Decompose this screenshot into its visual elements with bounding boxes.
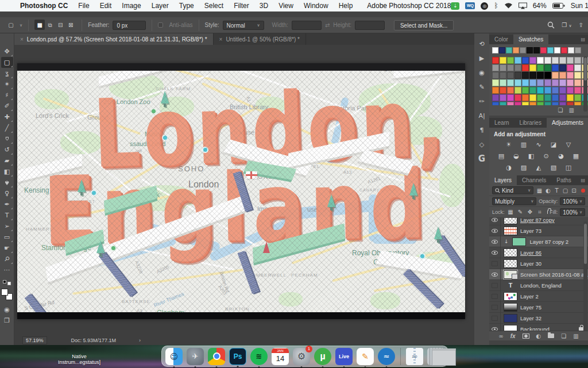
lock-pixels-icon[interactable]: ✎ [517,209,524,216]
layer-row[interactable]: Layer 73 [489,225,588,236]
visibility-toggle[interactable] [489,313,501,324]
layer-thumbnail[interactable] [504,218,517,224]
style-select[interactable]: Normal∨ [223,21,264,30]
swatch[interactable] [522,64,529,71]
pen-tool[interactable]: ✒ [1,199,13,210]
brushes-icon[interactable]: ✏ [476,97,488,106]
intersect-selection-mode[interactable]: ⊠ [65,20,76,30]
airplay-icon[interactable] [519,2,527,10]
foreground-background-swatches[interactable] [1,289,13,300]
swatch[interactable] [507,72,514,79]
black-white-icon[interactable]: ◧ [527,152,536,160]
layer-row[interactable]: Layer 75 [489,302,588,313]
layers-tab-paths[interactable]: Paths [551,175,577,185]
swatch[interactable] [552,87,559,94]
layer-row[interactable]: ↓Layer 87 copy 2 [489,236,588,247]
swatch[interactable] [537,57,544,64]
swatch[interactable] [574,79,581,86]
filter-type-icon[interactable]: T [553,187,560,194]
lock-position-icon[interactable]: ✥ [527,209,534,216]
feather-input[interactable]: 0 px [113,21,146,30]
swatch[interactable] [568,47,574,53]
lock-transparency-icon[interactable]: ▦ [507,209,514,216]
zip-file-dock-icon[interactable]: zip [406,348,423,365]
system-preferences-dock-icon[interactable]: ⚙1 [293,348,310,365]
swatch[interactable] [492,79,499,86]
swatch[interactable] [529,102,536,105]
bluetooth-icon[interactable]: ᛒ [494,2,498,10]
zoom-tool[interactable]: ⚲ [1,254,13,264]
invert-icon[interactable]: ◑ [504,163,514,171]
swatch[interactable] [574,94,581,101]
workspace-switcher-icon[interactable]: ❐ ∨ [562,22,571,28]
link-icon[interactable]: ∞ [498,333,503,339]
swatch[interactable] [567,79,574,86]
visibility-toggle[interactable] [489,302,501,313]
photo-filter-icon[interactable]: ⊙ [541,152,551,160]
swatch[interactable] [507,102,514,105]
swatches-tab-swatches[interactable]: Swatches [513,34,548,44]
swatch[interactable] [567,102,574,105]
paragraph-icon[interactable]: ¶ [476,125,488,135]
layers-tab-channels[interactable]: Channels [517,175,551,185]
crop-tool[interactable]: ♯ [1,90,13,101]
swatch[interactable] [492,72,499,79]
character-icon[interactable]: A| [476,111,488,120]
layer-name[interactable]: Layer 87 copy 2 [530,239,569,245]
gradient-map-icon[interactable]: ▧ [549,163,559,171]
swatch[interactable] [547,47,554,53]
filter-kind-select[interactable]: Kind ∨ [492,186,533,194]
swatch[interactable] [520,47,526,53]
layers-tab-layers[interactable]: Layers [489,175,517,185]
visibility-toggle[interactable] [489,247,501,258]
brush-tool[interactable]: ╱ [1,122,13,133]
swatch[interactable] [552,79,559,86]
subtract-selection-mode[interactable]: ⊟ [55,20,65,30]
swatch[interactable] [567,94,574,101]
swatches-scrollbar[interactable] [583,56,587,112]
minimized-window-thumbnail[interactable] [432,348,456,366]
swatch[interactable] [507,64,514,71]
layer-name[interactable]: Layer 73 [520,228,541,234]
quick-selection-tool[interactable]: ✶ [1,79,13,90]
document-canvas[interactable]: STRATFORDCHALK FARMZSL London ZooLord's … [17,63,465,319]
swatches-tab-color[interactable]: Color [489,34,513,44]
clone-stamp-tool[interactable]: ⌂ [1,133,13,144]
swatch[interactable] [537,87,544,94]
swatch[interactable] [575,47,581,53]
new-swatch-icon[interactable]: ❏ [558,107,563,113]
visibility-toggle[interactable] [489,280,501,291]
opacity-value[interactable]: 100%∨ [560,197,585,205]
swatch[interactable] [500,102,506,105]
swatch[interactable] [500,94,506,101]
layer-name[interactable]: Layer 86 [520,250,541,256]
swatch[interactable] [514,102,521,105]
vibrance-icon[interactable]: ▽ [564,140,574,148]
delete-layer-icon[interactable]: ▥ [573,333,578,339]
swap-dimensions-icon[interactable]: ⇄ [325,22,330,28]
lasso-tool[interactable]: ʓ [1,68,13,79]
swatch[interactable] [506,47,512,53]
calendar-dock-icon[interactable]: JAN14 [272,348,289,365]
menu-edit[interactable]: Edit [95,2,117,10]
swatch[interactable] [522,57,529,64]
swatch[interactable] [529,57,536,64]
swatch[interactable] [559,57,566,64]
layer-name[interactable]: Layer 32 [520,315,541,321]
swatch[interactable] [522,79,529,86]
layer-thumbnail[interactable] [504,227,517,235]
layer-thumbnail[interactable] [504,314,517,323]
adjustments-tab-libraries[interactable]: Libraries [514,118,547,128]
notes-dock-icon[interactable]: ✎ [357,348,374,365]
hue-saturation-icon[interactable]: ▤ [497,152,506,160]
creative-cloud-icon[interactable]: ◎ [481,2,488,10]
close-icon[interactable]: × [20,36,24,43]
close-icon[interactable]: × [219,36,223,43]
filter-smart-object-icon[interactable]: ⊡ [570,187,578,194]
swatch[interactable] [552,102,559,105]
default-colors-icon[interactable] [3,280,11,285]
swatch[interactable] [552,64,559,71]
exposure-icon[interactable]: ◪ [549,140,559,148]
ableton-live-dock-icon[interactable]: Live [335,348,353,365]
foreground-color-swatch[interactable] [1,289,8,296]
